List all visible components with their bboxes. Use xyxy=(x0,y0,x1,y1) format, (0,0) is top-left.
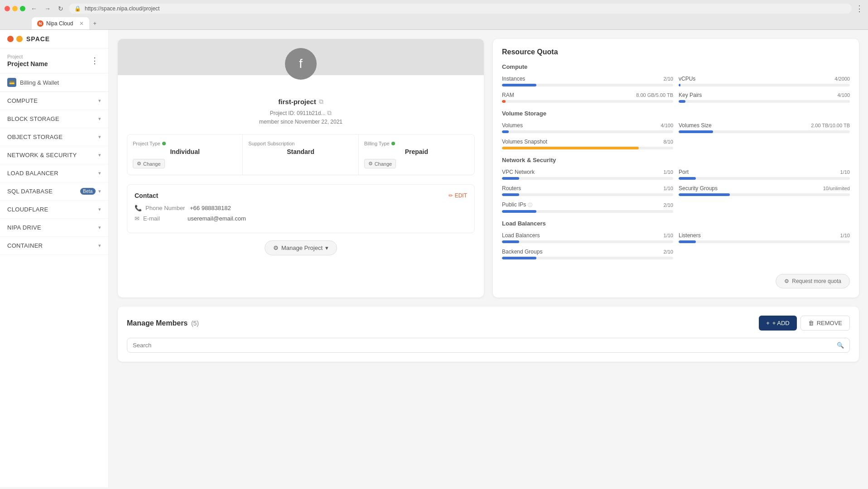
sidebar-logo: SPACE xyxy=(0,30,108,48)
sidebar-item-block-storage[interactable]: BLOCK STORAGE▾ xyxy=(0,110,108,128)
chevron-down-icon-sql-database: ▾ xyxy=(98,188,101,194)
lock-icon: 🔒 xyxy=(74,5,81,12)
quota-bg-label: Backend Groups xyxy=(502,249,542,255)
close-window-button[interactable] xyxy=(5,6,10,11)
browser-tab[interactable]: N Nipa Cloud ✕ xyxy=(32,17,89,29)
copy-id-icon[interactable]: ⧉ xyxy=(327,109,332,117)
billing-icon: 💳 xyxy=(7,78,16,87)
minimize-window-button[interactable] xyxy=(12,6,18,11)
project-card-header: f xyxy=(118,39,484,75)
chevron-down-icon: ▾ xyxy=(325,244,328,251)
contact-title: Contact xyxy=(135,192,158,199)
quota-vcpus: vCPUs 4/2000 xyxy=(679,76,850,86)
project-label: Project xyxy=(7,54,48,59)
quota-network-grid: VPC Network 1/10 Port 1/10 xyxy=(502,169,850,213)
add-member-button[interactable]: + + ADD xyxy=(759,316,797,331)
quota-instances-label: Instances xyxy=(502,76,525,82)
quota-public-ips: Public IPs ⓘ 2/10 xyxy=(502,201,673,213)
plus-icon: + xyxy=(766,320,770,326)
billing-label: Billing & Wallet xyxy=(20,79,59,86)
quota-lb-grid: Load Balancers 1/10 Listeners 1/10 xyxy=(502,232,850,259)
quota-key-pairs: Key Pairs 4/100 xyxy=(679,92,850,103)
chevron-down-icon-container: ▾ xyxy=(98,243,101,249)
quota-volume-grid: Volumes 4/100 Volumes Size 2.00 TB/10.00… xyxy=(502,122,850,149)
members-title-area: Manage Members (5) xyxy=(127,319,199,327)
back-button[interactable]: ← xyxy=(29,4,39,13)
members-header: Manage Members (5) + + ADD 🗑 REMOVE xyxy=(127,316,850,331)
project-id-text: Project ID: 0911b21d... xyxy=(270,110,326,116)
tab-close-icon[interactable]: ✕ xyxy=(79,20,84,27)
quota-ram-value: 8.00 GB/5.00 TB xyxy=(636,92,673,98)
sidebar-item-load-balancer[interactable]: LOAD BALANCER▾ xyxy=(0,164,108,182)
quota-lb-section: Load Balancers Load Balancers 1/10 Liste… xyxy=(502,220,850,259)
quota-volumes-label: Volumes xyxy=(502,122,523,129)
tab-title: Nipa Cloud xyxy=(46,20,73,27)
edit-contact-button[interactable]: ✏ EDIT xyxy=(448,192,467,199)
email-value: useremail@email.com xyxy=(188,215,246,222)
address-bar[interactable]: 🔒 https://space.nipa.cloud/project xyxy=(69,4,852,14)
manage-project-button[interactable]: ⚙ Manage Project ▾ xyxy=(265,240,337,255)
sidebar-item-label-object-storage: OBJECT STORAGE xyxy=(7,134,63,140)
quota-routers: Routers 1/10 xyxy=(502,185,673,196)
support-label: Support Subscription xyxy=(248,141,352,146)
sidebar-item-container[interactable]: CONTAINER▾ xyxy=(0,237,108,255)
quota-volumes-size-label: Volumes Size xyxy=(679,122,712,129)
sidebar-item-sql-database[interactable]: SQL DATABASEBeta▾ xyxy=(0,182,108,201)
remove-member-button[interactable]: 🗑 REMOVE xyxy=(800,316,850,331)
quota-routers-label: Routers xyxy=(502,185,521,192)
quota-volumes-size: Volumes Size 2.00 TB/10.00 TB xyxy=(679,122,850,133)
add-label: + ADD xyxy=(772,320,790,326)
forward-button[interactable]: → xyxy=(43,4,53,13)
resource-quota-card: Resource Quota Compute Instances 2/10 xyxy=(493,39,859,297)
sidebar-item-nipa-drive[interactable]: NIPA DRIVE▾ xyxy=(0,219,108,237)
contact-header: Contact ✏ EDIT xyxy=(135,192,467,199)
quota-lb-label: Load Balancers xyxy=(502,232,540,239)
browser-more-button[interactable]: ⋮ xyxy=(855,4,863,14)
new-tab-button[interactable]: + xyxy=(89,17,100,29)
quota-volumes-size-value: 2.00 TB/10.00 TB xyxy=(811,123,850,128)
quota-backend-groups: Backend Groups 2/10 xyxy=(502,249,673,259)
chevron-down-icon-compute: ▾ xyxy=(98,98,101,104)
sidebar: SPACE Project Project Name ⋮ 💳 Billing &… xyxy=(0,30,109,487)
app-container: SPACE Project Project Name ⋮ 💳 Billing &… xyxy=(0,30,868,487)
quota-sg-label: Security Groups xyxy=(679,185,718,192)
quota-port-value: 1/10 xyxy=(840,169,850,175)
project-more-button[interactable]: ⋮ xyxy=(88,54,101,67)
request-quota-button[interactable]: ⚙ Request more quota xyxy=(776,274,850,288)
copy-name-icon[interactable]: ⧉ xyxy=(319,98,323,105)
manage-members-card: Manage Members (5) + + ADD 🗑 REMOVE xyxy=(118,307,859,362)
quota-volume-section: Volume Storage Volumes 4/100 Volumes Siz… xyxy=(502,110,850,149)
quota-lb-value: 1/10 xyxy=(664,233,673,238)
sidebar-item-badge-sql-database: Beta xyxy=(80,188,96,195)
quota-public-ips-value: 2/10 xyxy=(664,202,673,208)
change-billing-button[interactable]: ⚙Change xyxy=(364,159,396,168)
chevron-down-icon-block-storage: ▾ xyxy=(98,116,101,122)
sidebar-item-label-container: CONTAINER xyxy=(7,242,43,249)
sidebar-item-object-storage[interactable]: OBJECT STORAGE▾ xyxy=(0,128,108,146)
maximize-window-button[interactable] xyxy=(20,6,25,11)
phone-label: Phone Number xyxy=(145,205,186,211)
type-status-dot xyxy=(162,142,166,145)
gear-icon: ⚙ xyxy=(273,244,279,251)
trash-icon: 🗑 xyxy=(808,320,814,326)
change-type-button[interactable]: ⚙Change xyxy=(133,159,165,168)
quota-volumes-value: 4/100 xyxy=(661,123,673,128)
sidebar-item-network-security[interactable]: NETWORK & SECURITY▾ xyxy=(0,146,108,164)
search-input[interactable] xyxy=(133,342,833,349)
members-actions: + + ADD 🗑 REMOVE xyxy=(759,316,850,331)
remove-label: REMOVE xyxy=(817,320,842,326)
billing-wallet-item[interactable]: 💳 Billing & Wallet xyxy=(0,73,108,92)
billing-type-cell: Billing Type Prepaid ⚙Change xyxy=(359,134,474,175)
reload-button[interactable]: ↻ xyxy=(56,4,65,13)
project-info-grid: Project Type Individual ⚙Change Support … xyxy=(127,134,475,175)
quota-port: Port 1/10 xyxy=(679,169,850,180)
sidebar-item-label-network-security: NETWORK & SECURITY xyxy=(7,152,77,158)
browser-window-controls xyxy=(5,6,25,11)
quota-listeners-label: Listeners xyxy=(679,232,701,239)
member-since: member since November 22, 2021 xyxy=(127,119,475,125)
project-type-cell: Project Type Individual ⚙Change xyxy=(127,134,243,175)
sidebar-item-compute[interactable]: COMPUTE▾ xyxy=(0,92,108,110)
quota-sg-value: 10/unlimited xyxy=(823,186,850,191)
sidebar-item-cloudflare[interactable]: CLOUDFLARE▾ xyxy=(0,201,108,219)
quota-listeners-value: 1/10 xyxy=(840,233,850,238)
